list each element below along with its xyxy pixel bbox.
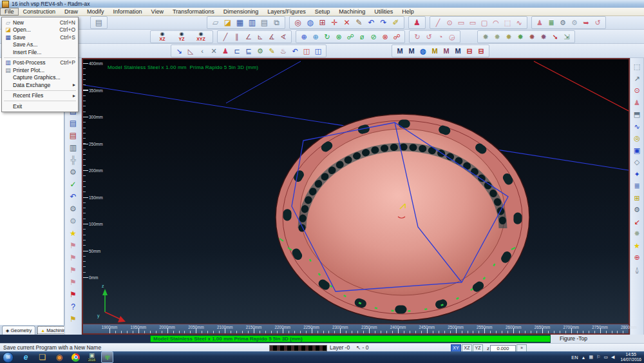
lt-tool2-icon[interactable]: ⚑ [68,252,79,264]
lt-book-save-icon[interactable]: ▥ [68,142,79,154]
mill-finish-icon[interactable]: ✸ [491,32,503,42]
curve-icon[interactable]: ∿ [513,17,525,28]
show-hidden-icons-icon[interactable]: ▲ [582,355,586,360]
macro-m-pink-icon[interactable]: M [440,46,452,56]
options-gear-icon[interactable]: ⚙ [569,17,580,28]
viewport-canvas[interactable]: z x y [83,59,629,333]
rt-monitor-icon[interactable]: ▣ [631,144,643,157]
pen-yellow-icon[interactable]: ✎ [266,46,278,56]
view-xz-button[interactable]: ◉ XZ [153,30,172,43]
box-extend-icon[interactable]: ⊏ [231,46,243,56]
circle-nofill-icon[interactable]: ø [356,32,368,42]
macro-save2-icon[interactable]: ⊟ [475,46,487,56]
explorer-folder-icon[interactable]: ❏ [34,352,51,362]
tab-geometry[interactable]: ◈ Geometry [2,326,35,335]
lt-gear-help-icon[interactable]: ⚙ [68,215,79,228]
taskbar-app-2016[interactable]: ▣ 2016 [85,352,99,362]
menu-file[interactable]: File [0,8,19,15]
dome-surface[interactable] [300,129,505,295]
linetype-swatch[interactable] [269,345,327,351]
circle-delete-icon[interactable]: ⊗ [333,32,345,42]
chain-icon[interactable]: ☍ [345,32,356,42]
lt-tool-red-icon[interactable]: ⚑ [68,289,79,301]
lt-tool-help-icon[interactable]: ? [68,301,79,313]
macro-save1-icon[interactable]: ⊟ [464,46,475,56]
menu-modify[interactable]: Modify [82,8,109,15]
file-menu-item-save[interactable]: ▦ Save Ctrl+S [2,34,78,41]
macro-mh-icon[interactable]: M [406,46,417,56]
menu-information[interactable]: Information [109,8,147,15]
rounded-rect-icon[interactable]: ▢ [478,17,490,28]
rt-circle-plus-icon[interactable]: ⊕ [631,251,643,264]
network-icon[interactable]: ▭ [603,355,608,360]
mill-drill-icon[interactable]: ✸ [538,32,549,42]
file-menu-item-capture-graphics[interactable]: Capture Graphics... [2,74,78,82]
z-value-input[interactable]: 0.000 [490,345,516,352]
rt-point-line-icon[interactable]: ↗ [631,73,643,85]
arc-delete-icon[interactable]: ⊗ [379,32,391,42]
lt-undo-icon[interactable]: ↶ [68,191,79,203]
tray-grid-icon[interactable]: ▦ [589,355,594,360]
circle-add-icon[interactable]: ⊕ [310,32,321,42]
taskbar-app-radan[interactable]: ✾ [101,351,113,363]
repaint-icon[interactable]: ✎ [353,17,365,28]
lt-tool1-icon[interactable]: ⚑ [68,240,79,252]
zoom-window-icon[interactable]: ⊞ [316,17,328,28]
stamp-icon[interactable]: ♨ [278,46,289,56]
trim-icon[interactable]: ◺ [185,46,196,56]
mill-rough-icon[interactable]: ✸ [480,32,491,42]
lt-star-icon[interactable]: ★ [68,228,79,240]
annotate-person-icon[interactable]: ♟ [534,17,545,28]
bars-blue-icon[interactable]: ◫ [312,46,324,56]
menu-utilities[interactable]: Utilities [370,8,397,15]
copy-icon[interactable]: ⧉ [270,17,283,28]
lt-gear-plus-icon[interactable]: ⚙ [68,203,79,215]
person-red-icon[interactable]: ♟ [220,46,231,56]
protractor-icon[interactable]: ∢ [278,32,289,42]
menu-transformations[interactable]: Transformations [168,8,219,15]
file-menu-item-exit[interactable]: Exit [2,103,78,110]
menu-dimensioning[interactable]: Dimensioning [219,8,263,15]
file-menu-item-data-exchange[interactable]: Data Exchange ▸ [2,81,78,89]
mill-profile-icon[interactable]: ✸ [526,32,538,42]
arc-centre-icon[interactable]: ◶ [446,32,458,42]
media-player-icon[interactable]: ◉ [51,352,68,362]
rt-star-fly-icon[interactable]: ✦ [631,168,643,181]
circle-rotate-icon[interactable]: ↻ [321,32,333,42]
file-menu-item-open[interactable]: ◪ Open... Ctrl+O [2,26,78,34]
mill-red-icon[interactable]: ➘ [549,32,561,42]
start-button[interactable]: ⊞ [3,352,14,363]
line-icon[interactable]: ╱ [432,17,444,28]
rt-marquee-icon[interactable]: ⬚ [631,61,643,73]
view-yz-button[interactable]: ◉ YZ [172,30,191,43]
lt-dashed-cross-icon[interactable]: ╬ [68,154,79,166]
circle-icon[interactable]: ⊙ [444,17,455,28]
pattern-icon[interactable]: ⬚ [502,17,513,28]
rt-gears-icon[interactable]: ⚙ [631,204,643,216]
print-icon[interactable]: ▤ [93,17,105,28]
macro-m-eye-icon[interactable]: M [452,46,464,56]
rt-curve-icon[interactable]: ∿ [631,121,643,133]
save-icon[interactable]: ▦ [234,17,246,28]
rt-bulb-icon[interactable]: ◎ [631,132,643,144]
rect-icon[interactable]: ▭ [467,17,478,28]
macro-m1-icon[interactable]: M [394,46,406,56]
chrome-icon[interactable] [71,353,80,362]
undo-icon[interactable]: ↶ [365,17,377,28]
file-menu-item-save-as[interactable]: Save As... [2,41,78,49]
mill-path-icon[interactable]: ⇲ [561,32,573,42]
menu-machining[interactable]: Machining [334,8,370,15]
new-icon[interactable]: ▱ [209,17,222,28]
macro-m-yellow-icon[interactable]: M [429,46,440,56]
rt-cube-wire-icon[interactable]: ◇ [631,156,643,168]
chain-delete-icon[interactable]: ☍ [391,32,402,42]
zoom-previous-icon[interactable]: ✕ [341,17,353,28]
line-2pt-icon[interactable]: ╱ [220,32,231,42]
lt-tool-star-icon[interactable]: ⚑ [68,313,79,326]
export-icon[interactable]: ➥ [580,17,592,28]
action-center-flag-icon[interactable]: ⚐ [596,355,600,360]
lt-tool4-icon[interactable]: ⚑ [68,277,79,289]
zoom-icon[interactable]: ◎ [292,17,304,28]
menu-setup[interactable]: Setup [310,8,335,15]
redo-icon[interactable]: ↷ [377,17,390,28]
